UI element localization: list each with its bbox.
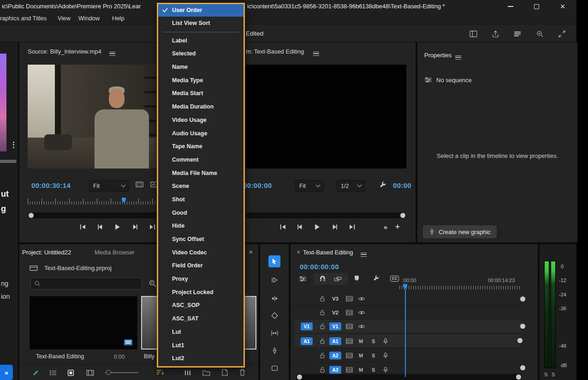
timeline-tab-close[interactable]: × bbox=[297, 248, 300, 256]
track-lock-icon[interactable] bbox=[319, 352, 326, 359]
track-visibility-eye-icon[interactable] bbox=[358, 310, 365, 315]
kebab-menu-icon[interactable] bbox=[13, 140, 14, 149]
go-to-in-button[interactable] bbox=[78, 223, 87, 231]
timeline-ruler-ticks[interactable] bbox=[399, 286, 520, 290]
export-share-icon[interactable] bbox=[490, 29, 500, 38]
trash-icon[interactable] bbox=[237, 368, 247, 377]
find-icon[interactable] bbox=[148, 279, 156, 287]
snap-magnet-icon[interactable] bbox=[319, 275, 326, 282]
tab-media-browser[interactable]: Media Browser bbox=[95, 249, 135, 256]
track-lock-icon[interactable] bbox=[319, 338, 326, 344]
voiceover-mic-icon[interactable] bbox=[383, 338, 388, 344]
sort-menu-item-user-order[interactable]: User Order bbox=[158, 4, 244, 17]
timeline-tab-title[interactable]: Text-Based Editing bbox=[303, 249, 353, 256]
step-back-button[interactable] bbox=[296, 223, 304, 231]
track-visibility-eye-icon[interactable] bbox=[358, 296, 365, 301]
track-insert-icon[interactable] bbox=[346, 338, 353, 344]
workspaces-icon[interactable] bbox=[512, 29, 523, 38]
sort-menu-item-shot[interactable]: Shot bbox=[158, 193, 244, 206]
timeline-panel-menu-icon[interactable] bbox=[361, 253, 367, 257]
close-button[interactable]: × bbox=[552, 0, 573, 13]
sort-menu-item-media-file-name[interactable]: Media File Name bbox=[158, 167, 244, 180]
clip-name[interactable]: Billy bbox=[144, 353, 154, 360]
properties-panel-menu-icon[interactable] bbox=[455, 55, 461, 60]
sort-menu-item-asc-sat[interactable]: ASC_SAT bbox=[158, 312, 244, 326]
track-insert-icon[interactable] bbox=[346, 324, 353, 329]
sort-menu-item-name[interactable]: Name bbox=[158, 60, 244, 74]
go-to-out-button[interactable] bbox=[148, 223, 156, 231]
track-visibility-eye-icon[interactable] bbox=[358, 324, 365, 329]
sort-menu-item-field-order[interactable]: Field Order bbox=[158, 259, 244, 272]
sort-menu-item-video-codec[interactable]: Video Codec bbox=[158, 246, 244, 259]
panel-layout-icon[interactable] bbox=[468, 29, 478, 38]
sort-menu-item-lut[interactable]: Lut bbox=[158, 326, 244, 339]
solo-left-button[interactable]: S bbox=[544, 372, 547, 377]
mute-button[interactable]: M bbox=[359, 367, 363, 373]
new-item-icon[interactable] bbox=[220, 368, 230, 377]
sort-menu-item-project-locked[interactable]: Project Locked bbox=[158, 286, 244, 299]
more-controls-button[interactable]: » bbox=[381, 223, 390, 231]
menu-view[interactable]: View bbox=[58, 15, 71, 22]
timeline-zoom-handle-right[interactable] bbox=[516, 374, 521, 380]
sort-menu-item-media-start[interactable]: Media Start bbox=[158, 87, 244, 100]
selection-tool[interactable] bbox=[268, 255, 280, 267]
voiceover-mic-icon[interactable] bbox=[383, 352, 388, 359]
search-input[interactable] bbox=[43, 280, 138, 287]
button-editor-add[interactable]: + bbox=[393, 223, 402, 231]
track-name-badge[interactable]: A2 bbox=[329, 351, 341, 359]
audio-scroll-handle-top[interactable] bbox=[517, 338, 523, 343]
play-button[interactable] bbox=[313, 223, 321, 231]
maximize-button[interactable] bbox=[526, 0, 546, 13]
fullscreen-icon[interactable] bbox=[557, 29, 567, 38]
video-scroll-handle-bottom[interactable] bbox=[520, 324, 525, 329]
track-select-forward-tool[interactable] bbox=[268, 274, 280, 286]
minimize-button[interactable] bbox=[500, 0, 521, 13]
program-panel-menu-icon[interactable] bbox=[313, 52, 319, 56]
menu-help[interactable]: Help bbox=[112, 15, 125, 22]
rectangle-tool[interactable] bbox=[268, 362, 280, 374]
program-zoom-scrollbar[interactable] bbox=[246, 212, 406, 218]
workspace-tab-edited[interactable]: Edited bbox=[246, 30, 263, 37]
source-patch-badge[interactable]: A1 bbox=[301, 337, 313, 345]
sort-menu-item-comment[interactable]: Comment bbox=[158, 153, 244, 167]
sort-menu-item-asc-sop[interactable]: ASC_SOP bbox=[158, 299, 244, 312]
sort-menu-item-hide[interactable]: Hide bbox=[158, 219, 244, 233]
list-view-icon[interactable] bbox=[48, 368, 58, 377]
safe-margins-icon[interactable] bbox=[136, 181, 143, 187]
sort-menu-item-media-type[interactable]: Media Type bbox=[158, 74, 244, 87]
track-insert-icon[interactable] bbox=[346, 367, 353, 373]
ripple-edit-tool[interactable] bbox=[268, 292, 280, 304]
sort-menu-item-tape-name[interactable]: Tape Name bbox=[158, 140, 244, 153]
step-back-button[interactable] bbox=[96, 223, 104, 231]
project-file-name[interactable]: Text-Based-Editing.prproj bbox=[44, 265, 112, 271]
audio-scroll-handle-bottom[interactable] bbox=[520, 365, 525, 370]
track-lock-icon[interactable] bbox=[319, 323, 326, 330]
play-button[interactable] bbox=[113, 223, 121, 231]
sort-menu-item-selected[interactable]: Selected bbox=[158, 47, 244, 60]
left-scrollbar-fragment[interactable] bbox=[0, 160, 17, 163]
tab-overflow-chevrons[interactable]: » bbox=[249, 248, 253, 255]
slip-tool[interactable] bbox=[268, 327, 280, 339]
source-zoom-select[interactable]: Fit bbox=[89, 180, 129, 192]
sort-menu-item-proxy[interactable]: Proxy bbox=[158, 272, 244, 286]
step-forward-button[interactable] bbox=[330, 223, 339, 231]
track-name-badge[interactable]: V1 bbox=[329, 322, 341, 330]
track-insert-icon[interactable] bbox=[346, 310, 353, 315]
sort-menu-item-good[interactable]: Good bbox=[158, 206, 244, 220]
program-zoom-handle-right[interactable] bbox=[400, 213, 405, 218]
video-scroll-handle-top[interactable] bbox=[520, 296, 525, 302]
track-name-badge[interactable]: A3 bbox=[329, 366, 341, 374]
timeline-settings-wrench-icon[interactable] bbox=[373, 275, 380, 282]
menu-graphics-titles[interactable]: raphics and Titles bbox=[0, 15, 47, 22]
menu-window[interactable]: Window bbox=[78, 15, 100, 22]
program-resolution-select[interactable]: 1/2 bbox=[337, 180, 365, 192]
automate-to-sequence-icon[interactable] bbox=[183, 368, 193, 377]
sort-menu-item-lut1[interactable]: Lut1 bbox=[158, 339, 244, 352]
source-patch-badge[interactable]: V1 bbox=[301, 322, 313, 330]
edit-pencil-icon[interactable] bbox=[30, 368, 41, 377]
track-insert-icon[interactable] bbox=[346, 296, 353, 302]
solo-button[interactable]: S bbox=[372, 338, 375, 344]
nested-sequence-icon[interactable] bbox=[299, 276, 307, 282]
sort-menu-item-scene[interactable]: Scene bbox=[158, 180, 244, 193]
tab-project[interactable]: Project: Untitled22 bbox=[22, 249, 71, 256]
